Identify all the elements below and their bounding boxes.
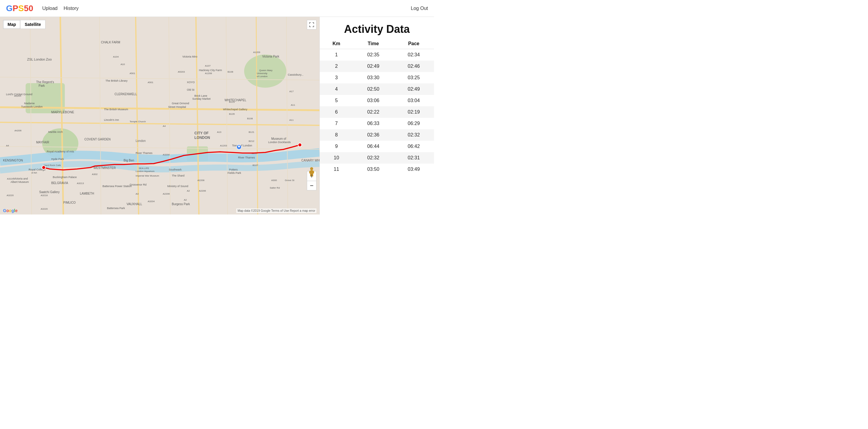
cell-time: 02:49 — [353, 61, 393, 72]
svg-text:Victoria Miro: Victoria Miro — [182, 55, 197, 58]
svg-text:B108: B108 — [247, 117, 253, 120]
svg-text:of London: of London — [257, 75, 268, 78]
cell-time: 02:32 — [353, 152, 393, 164]
svg-text:A4: A4 — [6, 144, 9, 147]
svg-text:Imperial War Museum: Imperial War Museum — [135, 174, 159, 177]
svg-text:A1208: A1208 — [205, 72, 212, 75]
svg-text:A11: A11 — [291, 104, 296, 106]
svg-text:The Regent's: The Regent's — [36, 80, 54, 84]
svg-text:Salter Rd: Salter Rd — [270, 187, 280, 189]
fullscreen-button[interactable] — [307, 20, 316, 30]
svg-text:The British Library: The British Library — [105, 79, 128, 82]
svg-text:A2206: A2206 — [163, 193, 170, 195]
svg-point-131 — [238, 145, 240, 147]
cell-km: 2 — [320, 61, 353, 72]
table-row: 503:0603:04 — [320, 95, 434, 106]
svg-text:Victoria and: Victoria and — [13, 177, 28, 180]
svg-text:A2206: A2206 — [199, 190, 206, 192]
svg-text:River Thames: River Thames — [238, 156, 255, 159]
cell-km: 5 — [320, 95, 353, 106]
svg-text:A2: A2 — [187, 190, 190, 192]
svg-text:KENSINGTON: KENSINGTON — [3, 159, 23, 162]
svg-text:Temple Church: Temple Church — [130, 120, 146, 123]
col-km: Km — [320, 39, 353, 49]
svg-text:Cassiobury...: Cassiobury... — [288, 73, 304, 76]
activity-table: Km Time Pace 102:3502:34202:4902:46303:3… — [320, 39, 434, 175]
svg-text:VAUXHALL: VAUXHALL — [127, 202, 142, 206]
logout-button[interactable]: Log Out — [411, 6, 428, 11]
svg-text:PIMLICO: PIMLICO — [63, 201, 76, 204]
cell-km: 9 — [320, 141, 353, 152]
svg-text:Madame: Madame — [24, 102, 35, 105]
map-view-toggle: Map Satellite — [3, 20, 45, 29]
svg-text:A4: A4 — [163, 125, 166, 127]
svg-text:A13: A13 — [217, 131, 221, 133]
table-row: 1002:3202:31 — [320, 152, 434, 164]
table-row: 1103:5003:49 — [320, 164, 434, 175]
svg-text:London Docklands: London Docklands — [268, 141, 291, 144]
svg-text:MARYLEBONE: MARYLEBONE — [51, 110, 74, 114]
svg-text:Fields Park: Fields Park — [227, 171, 241, 174]
svg-text:A1209: A1209 — [253, 51, 260, 54]
svg-text:Buckingham Palace: Buckingham Palace — [53, 176, 77, 179]
cell-time: 06:33 — [353, 118, 393, 129]
svg-text:A10: A10 — [121, 63, 125, 66]
svg-text:CANARY WHA: CANARY WHA — [301, 159, 319, 162]
svg-text:A3204: A3204 — [148, 200, 155, 203]
svg-text:The Shard: The Shard — [172, 174, 184, 177]
svg-text:Hyde Park: Hyde Park — [51, 158, 64, 161]
table-row: 906:4406:42 — [320, 141, 434, 152]
zoom-out-button[interactable]: − — [307, 181, 316, 190]
svg-text:Hard Rock Cafe: Hard Rock Cafe — [44, 164, 61, 167]
svg-text:SEA LIFE: SEA LIFE — [138, 167, 149, 170]
activity-panel: Activity Data Km Time Pace 102:3502:3420… — [319, 17, 434, 214]
svg-text:WESTMINSTER: WESTMINSTER — [93, 166, 116, 170]
svg-text:Albert Museum: Albert Museum — [10, 180, 29, 184]
svg-text:B119: B119 — [229, 101, 235, 103]
cell-pace: 03:04 — [394, 95, 434, 106]
svg-text:A107: A107 — [205, 64, 211, 67]
svg-text:A3220: A3220 — [41, 207, 48, 210]
svg-text:A5203: A5203 — [178, 70, 185, 73]
cell-pace: 02:49 — [394, 84, 434, 95]
svg-text:B108: B108 — [227, 70, 233, 73]
svg-text:A300: A300 — [271, 179, 277, 182]
svg-text:Ministry of Sound: Ministry of Sound — [167, 185, 188, 188]
svg-rect-137 — [313, 171, 314, 173]
svg-text:Marble Arch: Marble Arch — [48, 130, 63, 133]
cell-time: 03:50 — [353, 164, 393, 175]
nav-history[interactable]: History — [64, 6, 79, 11]
pegman-button[interactable] — [307, 166, 316, 178]
satellite-view-button[interactable]: Satellite — [20, 20, 45, 29]
svg-text:A2208: A2208 — [197, 179, 205, 182]
svg-text:Lincoln's Inn: Lincoln's Inn — [104, 119, 119, 122]
svg-text:Old St: Old St — [187, 88, 195, 91]
svg-text:A3213: A3213 — [77, 182, 84, 185]
cell-pace: 03:49 — [394, 164, 434, 175]
svg-text:Battersea Power Station: Battersea Power Station — [102, 185, 132, 188]
activity-rows: 102:3502:34202:4902:46303:3003:25402:500… — [320, 49, 434, 175]
svg-text:B121: B121 — [249, 131, 254, 133]
nav-upload[interactable]: Upload — [42, 6, 58, 11]
svg-text:Saatchi Gallery: Saatchi Gallery — [39, 190, 60, 194]
cell-pace: 06:29 — [394, 118, 434, 129]
cell-time: 02:22 — [353, 106, 393, 118]
svg-text:BELGRAVIA: BELGRAVIA — [51, 182, 68, 185]
map-view-button[interactable]: Map — [3, 20, 20, 29]
svg-text:A2: A2 — [184, 199, 187, 201]
svg-text:Grove St: Grove St — [285, 179, 294, 182]
svg-text:Park: Park — [38, 84, 45, 87]
cell-km: 10 — [320, 152, 353, 164]
map-image: ZSL London Zoo The Regent's Park Lord's … — [0, 17, 319, 214]
svg-text:London Aquarium: London Aquarium — [135, 170, 155, 173]
svg-text:CHALK FARM: CHALK FARM — [101, 41, 120, 44]
svg-text:CITY OF: CITY OF — [194, 131, 209, 135]
svg-text:A3218: A3218 — [41, 194, 48, 197]
svg-text:B107: B107 — [253, 164, 258, 167]
cell-time: 03:06 — [353, 95, 393, 106]
svg-text:Southwark: Southwark — [169, 168, 182, 171]
svg-text:Queen Mary: Queen Mary — [259, 69, 273, 72]
cell-km: 8 — [320, 129, 353, 141]
svg-text:Tower of London: Tower of London — [232, 144, 252, 147]
svg-point-129 — [298, 143, 302, 147]
